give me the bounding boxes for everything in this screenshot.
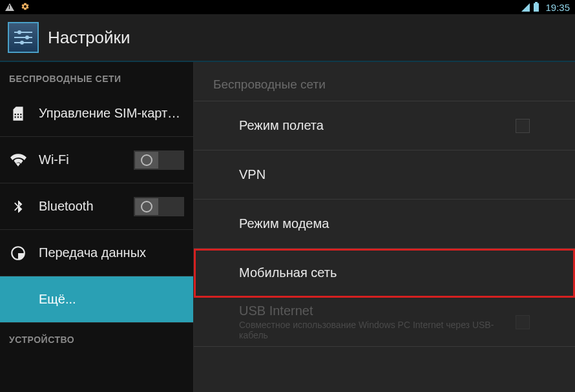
content-item-airplane[interactable]: Режим полета [194, 101, 575, 150]
blank-icon [9, 291, 27, 309]
content-item-label: Мобильная сеть [239, 265, 530, 280]
content-item-label: VPN [239, 167, 530, 182]
content-item-sublabel: Совместное использование Windows PC Inte… [239, 320, 516, 340]
sidebar-item-wifi[interactable]: Wi-Fi [0, 137, 193, 183]
page-title: Настройки [48, 28, 131, 48]
wifi-toggle[interactable] [134, 150, 184, 170]
content-item-mobile-network[interactable]: Мобильная сеть [194, 249, 575, 298]
svg-point-3 [25, 36, 29, 39]
wifi-icon [9, 151, 27, 169]
settings-screen: 19:35 Настройки БЕСПРОВОДНЫЕ СЕТИ Управл [0, 0, 575, 392]
sidebar: БЕСПРОВОДНЫЕ СЕТИ Управление SIM-картами… [0, 62, 194, 392]
sidebar-item-label: Ещё... [39, 292, 184, 307]
content-item-label: USB Internet [239, 304, 516, 318]
usb-internet-checkbox [516, 315, 530, 329]
sidebar-item-label: Bluetooth [39, 199, 122, 214]
sidebar-item-label: Wi-Fi [39, 152, 122, 167]
content-item-vpn[interactable]: VPN [194, 150, 575, 200]
sidebar-item-sim[interactable]: Управление SIM-картами [0, 90, 193, 137]
app-header: Настройки [0, 14, 575, 61]
bluetooth-toggle[interactable] [134, 197, 184, 216]
sim-icon [9, 105, 27, 123]
sidebar-item-bluetooth[interactable]: Bluetooth [0, 183, 193, 230]
sidebar-item-label: Передача данных [39, 245, 184, 260]
settings-app-icon [8, 22, 39, 53]
sidebar-item-label: Управление SIM-картами [39, 106, 184, 121]
content-panel: Беспроводные сети Режим полета VPN Режим… [194, 62, 575, 392]
content-item-usb-internet: USB Internet Совместное использование Wi… [194, 298, 575, 347]
battery-icon [534, 3, 539, 12]
svg-point-5 [20, 41, 24, 45]
content-item-label: Режим модема [239, 216, 530, 231]
section-header-wireless: БЕСПРОВОДНЫЕ СЕТИ [0, 62, 193, 90]
sidebar-item-more[interactable]: Ещё... [0, 276, 193, 323]
settings-running-icon [21, 2, 30, 13]
sidebar-item-data-usage[interactable]: Передача данных [0, 230, 193, 276]
data-usage-icon [9, 244, 27, 262]
content-item-tethering[interactable]: Режим модема [194, 200, 575, 249]
airplane-checkbox[interactable] [516, 119, 530, 133]
content-item-label: Режим полета [239, 118, 516, 133]
content-section-header: Беспроводные сети [194, 62, 575, 101]
section-header-device: УСТРОЙСТВО [0, 323, 193, 351]
status-bar: 19:35 [0, 0, 575, 14]
bluetooth-icon [9, 198, 27, 216]
signal-icon [521, 3, 530, 12]
warning-icon [5, 3, 14, 11]
svg-point-1 [17, 30, 21, 34]
status-time: 19:35 [545, 2, 570, 13]
